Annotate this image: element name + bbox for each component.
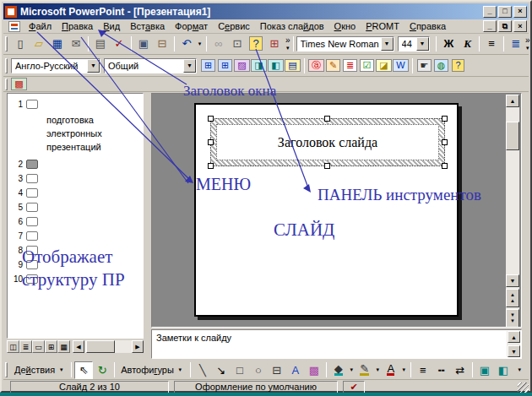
spellcheck-status-icon[interactable]: ✔ (343, 381, 365, 393)
fill-color-button[interactable]: ◆ (329, 361, 348, 379)
resize-handle[interactable] (442, 163, 448, 169)
help-button[interactable]: ? (247, 35, 265, 52)
font-color-button[interactable]: А (382, 361, 400, 379)
spelling-button[interactable]: ✓ (110, 35, 128, 52)
font-name-combo[interactable]: Times New Roman ▼ (296, 36, 394, 52)
outline-slide-4[interactable]: 4 (8, 186, 143, 200)
free-rotate-button[interactable]: ↻ (93, 361, 111, 379)
promt-tool-9-button[interactable]: ≣ (342, 58, 358, 73)
resize-handle[interactable] (442, 116, 448, 122)
menu-edit[interactable]: Правка (57, 19, 98, 33)
promt-tool-2-button[interactable]: ⊞ (217, 58, 233, 73)
print-button[interactable]: ▤ (91, 35, 110, 52)
scroll-right-icon[interactable]: ▶ (132, 340, 144, 353)
slide-icon[interactable] (26, 174, 38, 183)
italic-button[interactable]: K (459, 37, 476, 51)
previous-slide-button[interactable]: ▲▲ (506, 289, 519, 307)
slide-icon[interactable] (26, 203, 38, 212)
shadow-button[interactable]: ▣ (475, 361, 494, 379)
rectangle-button[interactable]: □ (231, 361, 249, 379)
resize-handle[interactable] (208, 139, 214, 145)
slide-canvas[interactable]: Заголовок слайда (194, 103, 459, 317)
close-button[interactable]: × (513, 6, 527, 18)
slide-icon[interactable] (26, 100, 38, 109)
font-name-dropdown-icon[interactable]: ▼ (381, 37, 394, 51)
menu-help[interactable]: Справка (404, 19, 451, 33)
maximize-button[interactable]: □ (498, 6, 512, 18)
text-box-button[interactable]: ⊟ (268, 361, 286, 379)
promt-tool-4-button[interactable]: ◨ (251, 58, 267, 73)
bold-button[interactable]: Ж (439, 37, 459, 50)
notes-scrollbar[interactable]: ▲ ▼ (507, 331, 520, 357)
hyperlink-button[interactable]: ∞ (209, 35, 228, 52)
menu-window[interactable]: Окно (329, 19, 361, 33)
scroll-up-icon[interactable]: ▲ (506, 95, 519, 107)
actions-menu-button[interactable]: Действия▾ (11, 363, 68, 377)
toolbar-grip[interactable] (5, 362, 8, 377)
outline-view-button[interactable]: ≣ (19, 340, 32, 353)
promt-tool-5-button[interactable]: ◧ (268, 58, 284, 73)
select-arrow-button[interactable]: ⇖ (74, 361, 93, 379)
menu-format[interactable]: Формат (170, 19, 213, 33)
format-overflow-button[interactable]: »▾ (525, 36, 530, 51)
promt-tool-13-button[interactable]: ☛ (416, 58, 432, 73)
line-button[interactable]: ╲ (193, 361, 212, 379)
font-size-dropdown-icon[interactable]: ▼ (416, 37, 429, 51)
outline-horizontal-scrollbar[interactable]: ◀ ▶ (73, 340, 144, 353)
drawing-overflow-icon[interactable]: ▾ (516, 366, 524, 373)
autoshapes-menu-button[interactable]: Автофигуры▾ (117, 363, 187, 377)
font-color-button-dropdown-icon[interactable]: ▾ (400, 366, 408, 373)
resize-handle[interactable] (208, 163, 214, 169)
title-bar[interactable]: Microsoft PowerPoint - [Презентация1] _□… (3, 3, 529, 19)
fill-color-button-dropdown-icon[interactable]: ▾ (348, 366, 356, 373)
outline-slide-2[interactable]: 2 (8, 157, 143, 171)
resize-handle[interactable] (324, 116, 330, 122)
line-color-button[interactable]: ✎ (356, 361, 374, 379)
paste-button[interactable]: ⊟ (153, 35, 171, 52)
save-button[interactable]: ▦ (48, 35, 67, 52)
new-document-button[interactable]: ▯ (11, 35, 30, 52)
menu-promt[interactable]: PROMT (361, 19, 404, 33)
next-slide-button[interactable]: ▼▼ (506, 309, 519, 328)
resize-handle[interactable] (324, 163, 330, 169)
slide-icon[interactable] (26, 188, 38, 198)
scroll-left-icon[interactable]: ◀ (73, 340, 84, 353)
promt-tool-6-button[interactable]: ▤ (285, 58, 301, 73)
align-center-button[interactable]: ≡ (482, 35, 501, 52)
outline-slide-1[interactable]: 1 (8, 97, 143, 111)
promt-template-dropdown-icon[interactable]: ▼ (183, 59, 196, 73)
powerpoint-icon[interactable] (5, 6, 17, 18)
promt-tool-8-button[interactable]: ✎ (325, 58, 341, 73)
slide-sorter-view-button[interactable]: ⊞ (45, 340, 57, 353)
scroll-up-icon[interactable]: ▲ (508, 331, 520, 343)
font-size-combo[interactable]: 44 ▼ (398, 36, 430, 52)
promt-dictionary-dropdown-icon[interactable]: ▼ (87, 59, 100, 73)
email-button[interactable]: ✉ (67, 35, 85, 52)
promt-tool-15-button[interactable]: ? (450, 58, 466, 73)
notes-pane[interactable]: Заметки к слайду ▲ ▼ (151, 329, 522, 359)
expand-all-button[interactable]: ⊡ (228, 35, 247, 52)
toolbar-grip[interactable] (5, 36, 8, 52)
promt-tool-14-button[interactable]: ◍ (433, 58, 449, 73)
bullets-button[interactable]: ≣ (507, 35, 525, 52)
resize-handle[interactable] (208, 116, 214, 122)
slide-icon[interactable] (26, 160, 38, 169)
doc-restore-button[interactable]: ⧉ (498, 20, 512, 32)
promt-tool-3-button[interactable]: ▨ (234, 58, 250, 73)
outline-slide-text[interactable]: подготовка электронных презентаций (46, 111, 128, 157)
slide-icon[interactable] (26, 231, 38, 241)
promt-template-combo[interactable]: Общий ▼ (104, 58, 197, 73)
clipart-button[interactable]: ▩ (305, 361, 323, 379)
doc-close-button[interactable]: × (513, 20, 527, 32)
title-placeholder[interactable]: Заголовок слайда (210, 118, 445, 166)
line-style-button[interactable]: ≡ (414, 361, 432, 379)
undo-button[interactable]: ↶ (177, 35, 196, 52)
new-slide-button[interactable]: ⊞ (265, 35, 284, 52)
menu-file[interactable]: Файл (24, 19, 57, 33)
arrow-style-button[interactable]: ⇄ (451, 361, 470, 379)
menu-slideshow[interactable]: Показ слайдов (255, 19, 329, 33)
toolbar-grip[interactable] (5, 79, 8, 90)
undo-button-dropdown-icon[interactable]: ▾ (196, 41, 204, 47)
menu-view[interactable]: Вид (98, 19, 125, 33)
notes-placeholder[interactable]: Заметки к слайду (156, 333, 231, 343)
